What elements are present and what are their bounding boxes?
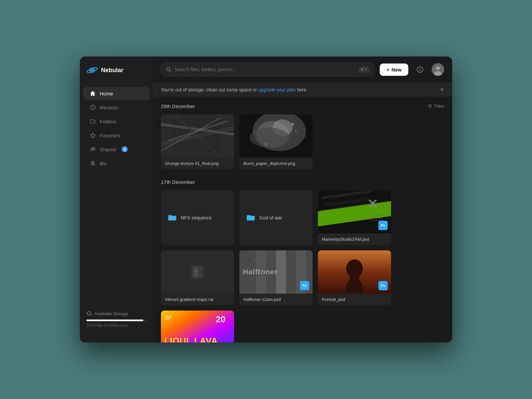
- file-name: Vibrant gradient maps.rar: [161, 294, 234, 305]
- svg-point-11: [167, 67, 170, 71]
- topbar: ⌘ F + New: [153, 57, 452, 82]
- sidebar-item-bin[interactable]: Bin: [83, 157, 150, 170]
- thumb-halftoner: Halftoner Ps: [239, 250, 313, 294]
- storage-section: Available Storage 19.07GB of 20GB used: [80, 304, 153, 334]
- svg-point-15: [421, 68, 422, 69]
- file-card[interactable]: Halftoner Ps Halftoner s2am.psd: [239, 250, 313, 305]
- app-name: Nebular: [101, 67, 123, 74]
- section-title-dec29: 29th December: [161, 103, 195, 109]
- file-thumbnail: [239, 114, 313, 158]
- file-card[interactable]: Burnt_paper_dsplcmnt.png: [239, 114, 313, 169]
- shared-icon: [90, 146, 96, 152]
- file-name: Halftoner s2am.psd: [239, 294, 313, 305]
- banner-suffix: here: [296, 87, 306, 92]
- sidebar-item-label: Recents: [100, 105, 118, 110]
- svg-rect-69: [165, 316, 172, 316]
- svg-rect-47: [370, 215, 384, 216]
- search-icon: [166, 67, 171, 72]
- file-name: Burnt_paper_dsplcmnt.png: [239, 158, 313, 169]
- ps-badge: Ps: [300, 281, 309, 290]
- avatar[interactable]: [432, 63, 444, 76]
- folder-card[interactable]: God of war: [239, 190, 313, 245]
- filter-icon: [427, 104, 433, 109]
- svg-line-12: [170, 70, 171, 72]
- file-card[interactable]: 20 LIQUI LAVA Ps LIQUI LAVA: [161, 311, 234, 342]
- search-input[interactable]: [175, 67, 355, 72]
- palette-button[interactable]: [414, 63, 426, 76]
- section-header-dec17: 17th December: [161, 179, 444, 185]
- section-title-dec17: 17th December: [161, 179, 195, 185]
- sidebar-item-home[interactable]: Home: [83, 87, 150, 100]
- file-thumbnail: [161, 114, 234, 158]
- sidebar-item-label: Shared: [100, 147, 116, 152]
- sidebar-item-shared[interactable]: Shared 2: [83, 143, 150, 156]
- thumb-lava: 20 LIQUI LAVA Ps: [161, 311, 234, 342]
- logo-icon: [86, 65, 98, 76]
- files-grid-dec29: Grunge texture 01_final.png: [161, 114, 444, 169]
- svg-point-37: [265, 143, 267, 146]
- sidebar-item-label: Bin: [100, 161, 107, 166]
- sidebar-item-recents[interactable]: Recents: [83, 101, 150, 114]
- upgrade-link[interactable]: upgrade your plan: [258, 87, 296, 92]
- app-window: Nebular Home Recents Folders: [80, 57, 452, 342]
- file-card[interactable]: Ps MarkerbyStudio2AM.psd: [318, 190, 391, 245]
- sidebar-item-label: Home: [100, 91, 113, 96]
- avatar-image: [432, 63, 444, 76]
- svg-text:LIQUI: LIQUI: [164, 336, 189, 342]
- svg-point-67: [349, 275, 359, 281]
- svg-point-18: [436, 66, 440, 70]
- ps-badge: Ps: [378, 281, 388, 290]
- svg-point-6: [91, 148, 93, 150]
- svg-point-35: [291, 123, 294, 126]
- svg-rect-71: [165, 319, 170, 320]
- storage-banner: You're out of storage, clean out some sp…: [153, 82, 452, 97]
- svg-marker-5: [90, 133, 95, 138]
- logo: Nebular: [80, 65, 153, 86]
- svg-rect-70: [165, 317, 172, 318]
- svg-point-66: [346, 259, 363, 278]
- svg-point-7: [93, 147, 95, 149]
- palette-icon: [416, 66, 424, 73]
- sidebar: Nebular Home Recents Folders: [80, 57, 153, 342]
- rar-icon: [190, 264, 205, 280]
- svg-rect-48: [370, 217, 382, 218]
- home-icon: [90, 90, 96, 96]
- file-thumbnail: Halftoner Ps: [239, 250, 313, 294]
- main-content: ⌘ F + New: [153, 57, 452, 342]
- ps-badge: Ps: [378, 221, 388, 230]
- svg-point-34: [249, 128, 289, 148]
- folder-icon: [168, 213, 177, 222]
- file-card[interactable]: Ps Portrait_psd: [318, 250, 391, 305]
- svg-rect-52: [198, 267, 202, 277]
- thumb-marker: Ps: [318, 190, 391, 233]
- svg-point-14: [419, 68, 420, 69]
- banner-close-button[interactable]: ✕: [440, 86, 444, 93]
- search-box[interactable]: ⌘ F: [161, 63, 374, 76]
- filter-button[interactable]: Filter: [427, 104, 444, 109]
- svg-rect-55: [194, 271, 198, 272]
- folder-card[interactable]: NFS sequence: [161, 190, 234, 245]
- sidebar-item-label: Folders: [100, 119, 116, 124]
- file-name: MarkerbyStudio2AM.psd: [318, 233, 391, 245]
- file-card[interactable]: Grunge texture 01_final.png: [161, 114, 234, 169]
- file-thumbnail: Ps: [318, 190, 391, 233]
- svg-text:Halftoner: Halftoner: [243, 268, 278, 276]
- sidebar-item-favorites[interactable]: Favorites: [83, 129, 150, 142]
- folder-name: NFS sequence: [181, 215, 212, 220]
- new-button[interactable]: + New: [380, 64, 408, 76]
- file-name: Portrait_psd: [318, 294, 391, 305]
- file-name: Grunge texture 01_final.png: [161, 158, 234, 169]
- shared-badge: 2: [122, 146, 128, 152]
- file-thumbnail: [161, 250, 234, 294]
- sidebar-item-folders[interactable]: Folders: [83, 115, 150, 128]
- storage-bar: [86, 320, 146, 321]
- svg-point-61: [248, 259, 251, 262]
- thumb-grunge: [161, 114, 234, 158]
- svg-text:LAVA: LAVA: [194, 336, 218, 342]
- thumb-burnt: [239, 114, 313, 158]
- file-card[interactable]: Vibrant gradient maps.rar: [161, 250, 234, 305]
- keyboard-shortcut: ⌘ F: [358, 66, 370, 73]
- file-thumbnail: 20 LIQUI LAVA Ps: [161, 311, 234, 342]
- content-area: 29th December Filter: [153, 97, 452, 342]
- folder-name: God of war: [259, 215, 282, 220]
